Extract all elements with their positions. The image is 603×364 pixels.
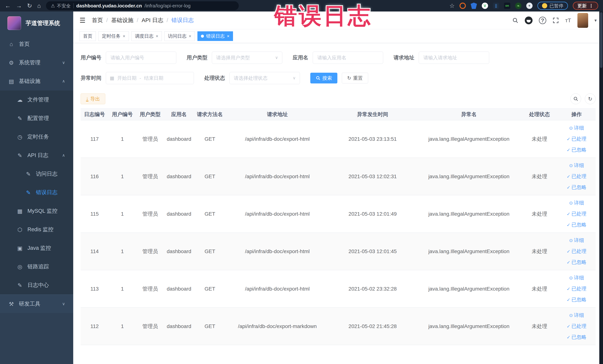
sidebar-item-1[interactable]: ⚙ 系统管理 ∨ bbox=[0, 53, 73, 72]
sidebar-item-2[interactable]: ▤ 基础设施 ∧ bbox=[0, 72, 73, 91]
mark-processed-link[interactable]: ✓已处理 bbox=[557, 208, 596, 219]
app-name-input[interactable] bbox=[313, 52, 383, 64]
user-id-input[interactable] bbox=[106, 52, 176, 64]
mark-ignored-link[interactable]: ✓已忽略 bbox=[557, 182, 596, 193]
sidebar-item-11[interactable]: ▣ Java 监控 bbox=[0, 239, 73, 257]
search-icon[interactable] bbox=[512, 17, 519, 23]
help-icon[interactable]: ? bbox=[539, 17, 546, 24]
mark-processed-link[interactable]: ✓已处理 bbox=[557, 246, 596, 257]
extension-icon-shield[interactable] bbox=[471, 3, 477, 9]
cell-actions: ⊙详细 ✓已处理 ✓已忽略 bbox=[557, 233, 596, 270]
home-btn-icon[interactable]: ⌂ bbox=[37, 3, 41, 9]
timer-icon: ◷ bbox=[17, 134, 23, 140]
trace-eye-icon: ◎ bbox=[17, 263, 23, 270]
export-button[interactable]: ↓ 导出 bbox=[81, 94, 105, 104]
filter-request-url: 请求地址 bbox=[394, 52, 489, 64]
sidebar-item-6[interactable]: ✎ API 日志 ∧ bbox=[0, 146, 73, 165]
breadcrumb-infra[interactable]: 基础设施 bbox=[111, 16, 138, 24]
sidebar-item-9[interactable]: ▦ MySQL 监控 bbox=[0, 202, 73, 220]
table-row[interactable]: 113 1 管理员 dashboard GET /api/infra/db-do… bbox=[81, 270, 596, 308]
paused-badge[interactable]: 已暂停 bbox=[537, 2, 568, 10]
status-select[interactable]: 请选择处理状态 ∨ bbox=[230, 72, 300, 84]
mark-ignored-link[interactable]: ✓已忽略 bbox=[557, 219, 596, 230]
security-indicator[interactable]: ⚠ 不安全 bbox=[51, 3, 71, 9]
update-badge[interactable]: 更新 ⋮ bbox=[573, 2, 598, 10]
extension-icon-leaf[interactable]: ❧ bbox=[515, 3, 522, 9]
avatar[interactable] bbox=[577, 13, 588, 28]
detail-link[interactable]: ⊙详细 bbox=[557, 123, 596, 133]
reset-button[interactable]: ↻ 重置 bbox=[342, 73, 368, 83]
caret-down-icon[interactable]: ▾ bbox=[594, 18, 597, 23]
warning-icon: ⚠ bbox=[51, 3, 55, 9]
table-row[interactable]: 114 1 管理员 dashboard GET /api/infra/db-do… bbox=[81, 233, 596, 270]
logo-row[interactable]: 芋道管理系统 bbox=[0, 12, 73, 35]
table-row[interactable]: 112 1 管理员 dashboard GET /api/infra/db-do… bbox=[81, 308, 596, 345]
mark-ignored-link[interactable]: ✓已忽略 bbox=[557, 144, 596, 155]
tag-close-icon[interactable]: × bbox=[189, 34, 191, 39]
user-type-select[interactable]: 请选择用户类型 ∨ bbox=[212, 52, 282, 64]
sidebar-item-4[interactable]: ✎ 配置管理 bbox=[0, 109, 73, 128]
tag-close-icon[interactable]: × bbox=[123, 34, 125, 39]
detail-link[interactable]: ⊙详细 bbox=[557, 198, 596, 208]
check-icon: ✓ bbox=[567, 147, 570, 153]
hamburger-icon[interactable]: ☰ bbox=[80, 16, 85, 24]
refresh-table-button[interactable]: ↻ bbox=[585, 94, 596, 104]
tag-0[interactable]: 首页 bbox=[80, 31, 96, 41]
toggle-search-button[interactable] bbox=[570, 94, 581, 104]
mark-ignored-link[interactable]: ✓已忽略 bbox=[557, 294, 596, 305]
font-size-icon[interactable]: тT bbox=[565, 17, 571, 23]
sidebar-item-3[interactable]: ☁ 文件管理 bbox=[0, 91, 73, 109]
extensions-puzzle-icon[interactable]: ✦ bbox=[526, 3, 533, 9]
extension-icon-vpn[interactable]: V bbox=[482, 3, 488, 9]
extension-icon-orange[interactable] bbox=[460, 3, 466, 9]
sidebar-item-0[interactable]: ⌂ 首页 bbox=[0, 35, 73, 53]
mark-ignored-link[interactable]: ✓已忽略 bbox=[557, 332, 596, 343]
tag-1[interactable]: 定时任务 × bbox=[98, 31, 129, 41]
breadcrumb-home[interactable]: 首页 bbox=[92, 16, 108, 24]
cell-log-id: 112 bbox=[81, 308, 108, 345]
back-icon[interactable]: ← bbox=[5, 3, 11, 9]
table-row[interactable]: 116 1 管理员 dashboard GET /api/infra/db-do… bbox=[81, 158, 596, 195]
sidebar-item-5[interactable]: ◷ 定时任务 bbox=[0, 128, 73, 146]
mark-processed-link[interactable]: ✓已处理 bbox=[557, 321, 596, 332]
fullscreen-icon[interactable] bbox=[553, 17, 559, 23]
check-icon: ✓ bbox=[567, 137, 570, 141]
tag-close-icon[interactable]: × bbox=[227, 34, 230, 39]
kebab-icon[interactable]: ⋮ bbox=[589, 3, 593, 9]
mark-processed-link[interactable]: ✓已处理 bbox=[557, 283, 596, 294]
sidebar-item-10[interactable]: ⬡ Redis 监控 bbox=[0, 220, 73, 239]
mark-ignored-link[interactable]: ✓已忽略 bbox=[557, 257, 596, 268]
date-range-picker[interactable]: ▦ 开始日期 - 结束日期 bbox=[106, 72, 194, 84]
sidebar-item-label: 配置管理 bbox=[27, 115, 49, 122]
extension-icon-onoff[interactable]: on bbox=[504, 3, 510, 9]
sidebar-item-13[interactable]: ✎ 日志中心 bbox=[0, 276, 73, 294]
sidebar-item-12[interactable]: ◎ 链路追踪 bbox=[0, 257, 73, 276]
table-row[interactable]: 115 1 管理员 dashboard GET /api/infra/db-do… bbox=[81, 195, 596, 233]
detail-link[interactable]: ⊙详细 bbox=[557, 272, 596, 283]
tag-2[interactable]: 调度日志 × bbox=[131, 31, 162, 41]
tag-close-icon[interactable]: × bbox=[156, 34, 158, 39]
detail-link[interactable]: ⊙详细 bbox=[557, 235, 596, 246]
sidebar-item-8[interactable]: ✎ 错误日志 bbox=[0, 183, 73, 202]
sidebar-item-label: 链路追踪 bbox=[27, 263, 49, 270]
github-icon[interactable] bbox=[525, 16, 533, 24]
reload-icon[interactable]: ↻ bbox=[27, 3, 32, 9]
sidebar-item-14[interactable]: ⚒ 研发工具 ∨ bbox=[0, 294, 73, 313]
mark-processed-link[interactable]: ✓已处理 bbox=[557, 171, 596, 182]
address-bar[interactable]: ⚠ 不安全 dashboard.yudao.iocoder.cn/infra/l… bbox=[46, 1, 239, 10]
detail-link[interactable]: ⊙详细 bbox=[557, 310, 596, 321]
mark-processed-link[interactable]: ✓已处理 bbox=[557, 133, 596, 144]
sidebar-item-7[interactable]: ✎ 访问日志 bbox=[0, 165, 73, 183]
search-button[interactable]: 搜索 bbox=[310, 73, 337, 83]
breadcrumb-api-log[interactable]: API 日志 bbox=[142, 16, 168, 24]
page-scrollbar[interactable] bbox=[599, 12, 603, 364]
forward-icon[interactable]: → bbox=[16, 3, 22, 9]
request-url-input[interactable] bbox=[419, 52, 489, 64]
tag-4[interactable]: 错误日志 × bbox=[197, 31, 233, 41]
star-icon[interactable]: ☆ bbox=[449, 3, 455, 9]
scrollbar-thumb[interactable] bbox=[600, 12, 603, 68]
extension-icon-grid[interactable]: ⣿ bbox=[493, 3, 499, 9]
detail-link[interactable]: ⊙详细 bbox=[557, 160, 596, 171]
table-row[interactable]: 117 1 管理员 dashboard GET /api/infra/db-do… bbox=[81, 120, 596, 158]
tag-3[interactable]: 访问日志 × bbox=[164, 31, 195, 41]
